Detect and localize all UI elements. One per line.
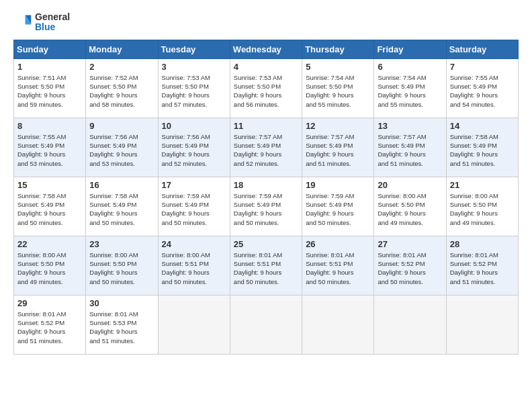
weekday-header-row: SundayMondayTuesdayWednesdayThursdayFrid…: [14, 40, 519, 58]
day-info: Sunrise: 7:53 AM Sunset: 5:50 PM Dayligh…: [234, 73, 298, 109]
day-info: Sunrise: 7:58 AM Sunset: 5:49 PM Dayligh…: [17, 191, 82, 227]
calendar-cell: 4Sunrise: 7:53 AM Sunset: 5:50 PM Daylig…: [230, 58, 302, 118]
day-number: 22: [17, 239, 82, 249]
day-info: Sunrise: 8:01 AM Sunset: 5:51 PM Dayligh…: [306, 250, 370, 286]
weekday-header-monday: Monday: [86, 40, 158, 58]
day-number: 21: [450, 180, 515, 190]
calendar-cell: 7Sunrise: 7:55 AM Sunset: 5:49 PM Daylig…: [446, 58, 518, 118]
day-number: 23: [89, 239, 154, 249]
day-info: Sunrise: 8:01 AM Sunset: 5:53 PM Dayligh…: [89, 310, 154, 345]
day-number: 27: [378, 239, 442, 249]
calendar-cell: 2Sunrise: 7:52 AM Sunset: 5:50 PM Daylig…: [86, 58, 158, 118]
day-number: 5: [306, 62, 370, 72]
calendar-row-4: 29Sunrise: 8:01 AM Sunset: 5:52 PM Dayli…: [14, 295, 519, 354]
day-info: Sunrise: 7:57 AM Sunset: 5:49 PM Dayligh…: [378, 132, 442, 168]
weekday-header-wednesday: Wednesday: [230, 40, 302, 58]
weekday-header-tuesday: Tuesday: [158, 40, 230, 58]
day-number: 19: [306, 180, 370, 190]
calendar-cell: 30Sunrise: 8:01 AM Sunset: 5:53 PM Dayli…: [86, 295, 158, 354]
day-info: Sunrise: 7:58 AM Sunset: 5:49 PM Dayligh…: [89, 191, 154, 227]
day-info: Sunrise: 7:58 AM Sunset: 5:49 PM Dayligh…: [450, 132, 515, 168]
calendar-cell: 19Sunrise: 7:59 AM Sunset: 5:49 PM Dayli…: [302, 177, 374, 236]
day-number: 11: [234, 121, 298, 131]
calendar-cell: [374, 295, 446, 354]
day-info: Sunrise: 8:01 AM Sunset: 5:52 PM Dayligh…: [450, 250, 515, 286]
day-number: 29: [17, 298, 82, 308]
day-info: Sunrise: 7:51 AM Sunset: 5:50 PM Dayligh…: [17, 73, 82, 109]
day-info: Sunrise: 7:54 AM Sunset: 5:50 PM Dayligh…: [306, 73, 370, 109]
day-info: Sunrise: 7:55 AM Sunset: 5:49 PM Dayligh…: [17, 132, 82, 168]
day-info: Sunrise: 8:01 AM Sunset: 5:52 PM Dayligh…: [378, 250, 442, 286]
calendar-cell: 29Sunrise: 8:01 AM Sunset: 5:52 PM Dayli…: [14, 295, 86, 354]
calendar-cell: 16Sunrise: 7:58 AM Sunset: 5:49 PM Dayli…: [86, 177, 158, 236]
day-info: Sunrise: 7:59 AM Sunset: 5:49 PM Dayligh…: [162, 191, 226, 227]
calendar-cell: 12Sunrise: 7:57 AM Sunset: 5:49 PM Dayli…: [302, 118, 374, 177]
day-info: Sunrise: 8:01 AM Sunset: 5:52 PM Dayligh…: [17, 310, 82, 345]
day-number: 20: [378, 180, 442, 190]
calendar-cell: 1Sunrise: 7:51 AM Sunset: 5:50 PM Daylig…: [14, 58, 86, 118]
day-number: 16: [89, 180, 154, 190]
day-number: 14: [450, 121, 515, 131]
calendar-page: General Blue SundayMondayTuesdayWednesda…: [0, 0, 532, 411]
calendar-cell: 28Sunrise: 8:01 AM Sunset: 5:52 PM Dayli…: [446, 236, 518, 295]
day-info: Sunrise: 8:00 AM Sunset: 5:51 PM Dayligh…: [162, 250, 226, 286]
calendar-cell: 24Sunrise: 8:00 AM Sunset: 5:51 PM Dayli…: [158, 236, 230, 295]
day-info: Sunrise: 7:59 AM Sunset: 5:49 PM Dayligh…: [234, 191, 298, 227]
day-info: Sunrise: 7:56 AM Sunset: 5:49 PM Dayligh…: [162, 132, 226, 168]
calendar-cell: 6Sunrise: 7:54 AM Sunset: 5:49 PM Daylig…: [374, 58, 446, 118]
day-number: 6: [378, 62, 442, 72]
calendar-cell: 11Sunrise: 7:57 AM Sunset: 5:49 PM Dayli…: [230, 118, 302, 177]
day-number: 9: [89, 121, 154, 131]
calendar-cell: 15Sunrise: 7:58 AM Sunset: 5:49 PM Dayli…: [14, 177, 86, 236]
calendar-cell: 18Sunrise: 7:59 AM Sunset: 5:49 PM Dayli…: [230, 177, 302, 236]
day-number: 4: [234, 62, 298, 72]
day-number: 30: [89, 298, 154, 308]
weekday-header-friday: Friday: [374, 40, 446, 58]
calendar-cell: 26Sunrise: 8:01 AM Sunset: 5:51 PM Dayli…: [302, 236, 374, 295]
day-info: Sunrise: 8:00 AM Sunset: 5:50 PM Dayligh…: [450, 191, 515, 227]
calendar-cell: 27Sunrise: 8:01 AM Sunset: 5:52 PM Dayli…: [374, 236, 446, 295]
day-info: Sunrise: 7:56 AM Sunset: 5:49 PM Dayligh…: [89, 132, 154, 168]
day-number: 24: [162, 239, 226, 249]
day-number: 3: [162, 62, 226, 72]
calendar-cell: [230, 295, 302, 354]
day-info: Sunrise: 8:00 AM Sunset: 5:50 PM Dayligh…: [378, 191, 442, 227]
calendar-cell: 5Sunrise: 7:54 AM Sunset: 5:50 PM Daylig…: [302, 58, 374, 118]
day-info: Sunrise: 7:54 AM Sunset: 5:49 PM Dayligh…: [378, 73, 442, 109]
calendar-cell: 9Sunrise: 7:56 AM Sunset: 5:49 PM Daylig…: [86, 118, 158, 177]
logo: General Blue: [13, 12, 70, 33]
calendar-cell: 13Sunrise: 7:57 AM Sunset: 5:49 PM Dayli…: [374, 118, 446, 177]
day-number: 15: [17, 180, 82, 190]
day-number: 1: [17, 62, 82, 72]
day-info: Sunrise: 7:57 AM Sunset: 5:49 PM Dayligh…: [234, 132, 298, 168]
day-number: 2: [89, 62, 154, 72]
calendar-row-3: 22Sunrise: 8:00 AM Sunset: 5:50 PM Dayli…: [14, 236, 519, 295]
day-number: 25: [234, 239, 298, 249]
calendar-table: SundayMondayTuesdayWednesdayThursdayFrid…: [13, 40, 519, 355]
day-number: 13: [378, 121, 442, 131]
day-info: Sunrise: 8:00 AM Sunset: 5:50 PM Dayligh…: [89, 250, 154, 286]
calendar-cell: [446, 295, 518, 354]
day-number: 7: [450, 62, 515, 72]
calendar-row-0: 1Sunrise: 7:51 AM Sunset: 5:50 PM Daylig…: [14, 58, 519, 118]
day-number: 8: [17, 121, 82, 131]
day-number: 18: [234, 180, 298, 190]
logo-text: General Blue: [35, 12, 70, 33]
day-number: 17: [162, 180, 226, 190]
calendar-cell: 17Sunrise: 7:59 AM Sunset: 5:49 PM Dayli…: [158, 177, 230, 236]
calendar-cell: 22Sunrise: 8:00 AM Sunset: 5:50 PM Dayli…: [14, 236, 86, 295]
calendar-cell: 10Sunrise: 7:56 AM Sunset: 5:49 PM Dayli…: [158, 118, 230, 177]
weekday-header-saturday: Saturday: [446, 40, 518, 58]
logo-icon: [13, 13, 32, 32]
day-info: Sunrise: 7:57 AM Sunset: 5:49 PM Dayligh…: [306, 132, 370, 168]
calendar-row-1: 8Sunrise: 7:55 AM Sunset: 5:49 PM Daylig…: [14, 118, 519, 177]
day-number: 10: [162, 121, 226, 131]
weekday-header-sunday: Sunday: [14, 40, 86, 58]
day-info: Sunrise: 8:00 AM Sunset: 5:50 PM Dayligh…: [17, 250, 82, 286]
calendar-cell: 23Sunrise: 8:00 AM Sunset: 5:50 PM Dayli…: [86, 236, 158, 295]
calendar-cell: [158, 295, 230, 354]
calendar-cell: 8Sunrise: 7:55 AM Sunset: 5:49 PM Daylig…: [14, 118, 86, 177]
header: General Blue: [13, 12, 519, 33]
day-info: Sunrise: 7:52 AM Sunset: 5:50 PM Dayligh…: [89, 73, 154, 109]
calendar-cell: 25Sunrise: 8:01 AM Sunset: 5:51 PM Dayli…: [230, 236, 302, 295]
